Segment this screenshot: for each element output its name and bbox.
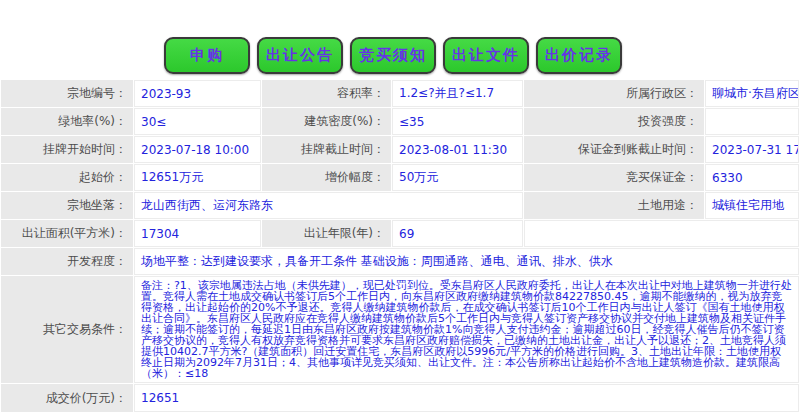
location-value: 龙山西街西、运河东路东 [134,192,523,219]
transfer-documents-button[interactable]: 出让文件 [443,37,529,74]
development-label: 开发程度： [1,248,133,275]
district-value: 聊城市·东昌府区 [705,80,799,107]
building-density-value: ≤35 [392,108,523,135]
bidding-instructions-button[interactable]: 竞买须知 [350,37,436,74]
green-rate-label: 绿地率(%)： [1,108,133,135]
increment-label: 增价幅度： [262,164,391,191]
location-label: 宗地坐落： [1,192,133,219]
table-row: 开发程度： 场地平整：达到建设要求，具备开工条件 基础设施：周围通路、通电、通讯… [1,248,799,275]
increment-value: 50万元 [392,164,523,191]
deposit-deadline-value: 2023-07-31 17:00 [705,136,799,163]
land-use-label: 土地用途： [524,192,704,219]
area-label: 出让面积(平方米)： [1,220,133,247]
green-rate-value: 30≤ [134,108,261,135]
start-price-value: 12651万元 [134,164,261,191]
other-conditions-value: 备注：?1、该宗地属违法占地（未供先建），现已处罚到位。受东昌府区人民政府委托，… [134,276,799,383]
term-label: 出让年限(年)： [262,220,391,247]
transfer-notice-button[interactable]: 出让公告 [257,37,343,74]
bid-deposit-value: 6330 [705,164,799,191]
apply-purchase-button[interactable]: 申购 [164,37,250,74]
development-value: 场地平整：达到建设要求，具备开工条件 基础设施：周围通路、通电、通讯、排水、供水 [134,248,799,275]
building-density-label: 建筑密度(%)： [262,108,391,135]
land-use-value: 城镇住宅用地 [705,192,799,219]
deal-price-value: 12651 [134,384,799,412]
table-row: 出让面积(平方米)： 17304 出让年限(年)： 69 [1,220,799,247]
parcel-no-label: 宗地编号： [1,80,133,107]
parcel-no-value: 2023-93 [134,80,261,107]
district-label: 所属行政区： [524,80,704,107]
deal-price-label: 成交价(万元)： [1,384,133,412]
empty-cell [524,220,799,247]
table-row: 起始价： 12651万元 增价幅度： 50万元 竞买保证金： 6330 [1,164,799,191]
bid-records-button[interactable]: 出价记录 [536,37,622,74]
table-row: 宗地编号： 2023-93 容积率： 1.2≤?并且?≤1.7 所属行政区： 聊… [1,80,799,107]
table-row: 绿地率(%)： 30≤ 建筑密度(%)： ≤35 投资强度： [1,108,799,135]
listing-start-value: 2023-07-18 10:00 [134,136,261,163]
listing-start-label: 挂牌开始时间： [1,136,133,163]
area-value: 17304 [134,220,261,247]
listing-end-label: 挂牌截止时间： [262,136,391,163]
action-toolbar: 申购 出让公告 竞买须知 出让文件 出价记录 [164,37,800,74]
investment-intensity-value [705,108,799,135]
table-row: 其它交易条件： 备注：?1、该宗地属违法占地（未供先建），现已处罚到位。受东昌府… [1,276,799,383]
land-parcel-detail-table: 宗地编号： 2023-93 容积率： 1.2≤?并且?≤1.7 所属行政区： 聊… [0,79,800,413]
plot-ratio-value: 1.2≤?并且?≤1.7 [392,80,523,107]
deposit-deadline-label: 保证金到账截止时间： [524,136,704,163]
start-price-label: 起始价： [1,164,133,191]
table-row: 挂牌开始时间： 2023-07-18 10:00 挂牌截止时间： 2023-08… [1,136,799,163]
table-row: 宗地坐落： 龙山西街西、运河东路东 土地用途： 城镇住宅用地 [1,192,799,219]
listing-end-value: 2023-08-01 11:30 [392,136,523,163]
plot-ratio-label: 容积率： [262,80,391,107]
other-conditions-label: 其它交易条件： [1,276,133,383]
investment-intensity-label: 投资强度： [524,108,704,135]
bid-deposit-label: 竞买保证金： [524,164,704,191]
term-value: 69 [392,220,523,247]
table-row: 成交价(万元)： 12651 [1,384,799,412]
